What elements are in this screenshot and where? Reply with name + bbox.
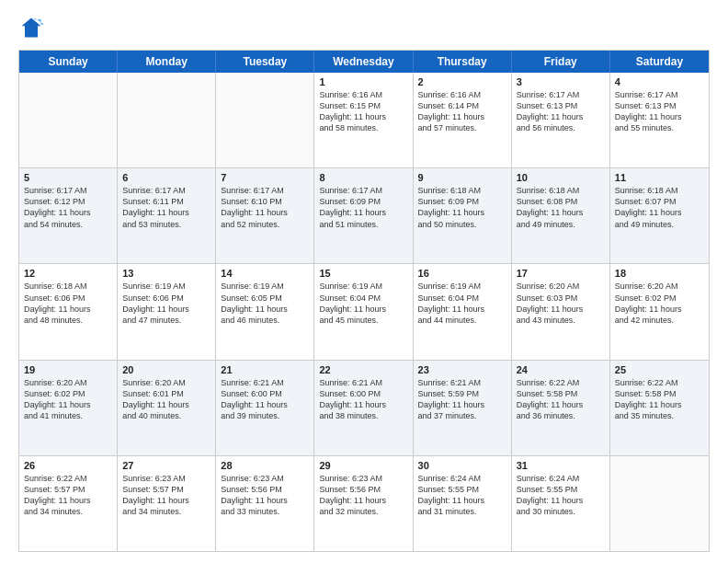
calendar-day-13: 13Sunrise: 6:19 AM Sunset: 6:06 PM Dayli… [118, 264, 216, 359]
day-number: 12 [24, 268, 112, 279]
day-number: 3 [517, 76, 605, 87]
day-number: 9 [418, 172, 506, 183]
calendar-day-19: 19Sunrise: 6:20 AM Sunset: 6:02 PM Dayli… [19, 361, 118, 455]
calendar-day-24: 24Sunrise: 6:22 AM Sunset: 5:58 PM Dayli… [512, 361, 610, 455]
day-info: Sunrise: 6:24 AM Sunset: 5:55 PM Dayligh… [517, 473, 605, 518]
day-info: Sunrise: 6:17 AM Sunset: 6:13 PM Dayligh… [615, 89, 704, 134]
calendar-week-4: 19Sunrise: 6:20 AM Sunset: 6:02 PM Dayli… [19, 361, 709, 456]
day-info: Sunrise: 6:18 AM Sunset: 6:06 PM Dayligh… [24, 281, 112, 326]
day-info: Sunrise: 6:18 AM Sunset: 6:08 PM Dayligh… [517, 185, 605, 230]
day-info: Sunrise: 6:17 AM Sunset: 6:11 PM Dayligh… [122, 185, 210, 230]
header-day-wednesday: Wednesday [314, 51, 413, 73]
calendar-day-10: 10Sunrise: 6:18 AM Sunset: 6:08 PM Dayli… [512, 168, 610, 263]
day-number: 25 [615, 364, 704, 375]
day-number: 27 [122, 460, 210, 471]
day-number: 30 [418, 460, 506, 471]
day-number: 2 [418, 76, 506, 87]
calendar-cell-empty [610, 456, 709, 551]
day-number: 15 [319, 268, 407, 279]
day-info: Sunrise: 6:18 AM Sunset: 6:09 PM Dayligh… [418, 185, 506, 230]
calendar-day-30: 30Sunrise: 6:24 AM Sunset: 5:55 PM Dayli… [414, 456, 512, 551]
day-number: 14 [221, 268, 309, 279]
calendar-cell-empty [216, 73, 314, 167]
calendar-day-21: 21Sunrise: 6:21 AM Sunset: 6:00 PM Dayli… [216, 361, 314, 455]
header-day-tuesday: Tuesday [216, 51, 314, 73]
day-number: 1 [319, 76, 407, 87]
day-number: 7 [221, 172, 309, 183]
day-info: Sunrise: 6:22 AM Sunset: 5:58 PM Dayligh… [517, 377, 605, 422]
day-info: Sunrise: 6:17 AM Sunset: 6:09 PM Dayligh… [319, 185, 407, 230]
calendar: SundayMondayTuesdayWednesdayThursdayFrid… [18, 50, 710, 552]
day-info: Sunrise: 6:20 AM Sunset: 6:02 PM Dayligh… [24, 377, 112, 422]
calendar-day-5: 5Sunrise: 6:17 AM Sunset: 6:12 PM Daylig… [19, 168, 118, 263]
day-number: 13 [122, 268, 210, 279]
day-number: 16 [418, 268, 506, 279]
day-number: 8 [319, 172, 407, 183]
day-info: Sunrise: 6:23 AM Sunset: 5:57 PM Dayligh… [122, 473, 210, 518]
header-day-friday: Friday [512, 51, 610, 73]
calendar-day-22: 22Sunrise: 6:21 AM Sunset: 6:00 PM Dayli… [314, 361, 413, 455]
day-info: Sunrise: 6:18 AM Sunset: 6:07 PM Dayligh… [615, 185, 704, 230]
day-info: Sunrise: 6:22 AM Sunset: 5:57 PM Dayligh… [24, 473, 112, 518]
calendar-day-6: 6Sunrise: 6:17 AM Sunset: 6:11 PM Daylig… [118, 168, 216, 263]
day-number: 20 [122, 364, 210, 375]
calendar-day-1: 1Sunrise: 6:16 AM Sunset: 6:15 PM Daylig… [314, 73, 413, 167]
calendar-day-16: 16Sunrise: 6:19 AM Sunset: 6:04 PM Dayli… [414, 264, 512, 359]
day-info: Sunrise: 6:19 AM Sunset: 6:06 PM Dayligh… [122, 281, 210, 326]
day-info: Sunrise: 6:19 AM Sunset: 6:04 PM Dayligh… [418, 281, 506, 326]
header-day-thursday: Thursday [414, 51, 512, 73]
calendar-day-17: 17Sunrise: 6:20 AM Sunset: 6:03 PM Dayli… [512, 264, 610, 359]
calendar-cell-empty [19, 73, 118, 167]
calendar-week-5: 26Sunrise: 6:22 AM Sunset: 5:57 PM Dayli… [19, 456, 709, 551]
day-number: 24 [517, 364, 605, 375]
calendar-day-29: 29Sunrise: 6:23 AM Sunset: 5:56 PM Dayli… [314, 456, 413, 551]
header-day-saturday: Saturday [610, 51, 709, 73]
day-number: 31 [517, 460, 605, 471]
calendar-day-26: 26Sunrise: 6:22 AM Sunset: 5:57 PM Dayli… [19, 456, 118, 551]
calendar-week-1: 1Sunrise: 6:16 AM Sunset: 6:15 PM Daylig… [19, 73, 709, 168]
day-info: Sunrise: 6:23 AM Sunset: 5:56 PM Dayligh… [319, 473, 407, 518]
calendar-day-18: 18Sunrise: 6:20 AM Sunset: 6:02 PM Dayli… [610, 264, 709, 359]
calendar-day-15: 15Sunrise: 6:19 AM Sunset: 6:04 PM Dayli… [314, 264, 413, 359]
calendar-day-25: 25Sunrise: 6:22 AM Sunset: 5:58 PM Dayli… [610, 361, 709, 455]
calendar-day-14: 14Sunrise: 6:19 AM Sunset: 6:05 PM Dayli… [216, 264, 314, 359]
calendar-day-11: 11Sunrise: 6:18 AM Sunset: 6:07 PM Dayli… [610, 168, 709, 263]
header [18, 15, 710, 40]
calendar-day-3: 3Sunrise: 6:17 AM Sunset: 6:13 PM Daylig… [512, 73, 610, 167]
day-info: Sunrise: 6:21 AM Sunset: 6:00 PM Dayligh… [221, 377, 309, 422]
day-number: 6 [122, 172, 210, 183]
day-info: Sunrise: 6:16 AM Sunset: 6:15 PM Dayligh… [319, 89, 407, 134]
day-number: 17 [517, 268, 605, 279]
day-number: 29 [319, 460, 407, 471]
day-info: Sunrise: 6:22 AM Sunset: 5:58 PM Dayligh… [615, 377, 704, 422]
day-info: Sunrise: 6:24 AM Sunset: 5:55 PM Dayligh… [418, 473, 506, 518]
calendar-week-3: 12Sunrise: 6:18 AM Sunset: 6:06 PM Dayli… [19, 264, 709, 360]
calendar-day-7: 7Sunrise: 6:17 AM Sunset: 6:10 PM Daylig… [216, 168, 314, 263]
header-day-sunday: Sunday [19, 51, 118, 73]
calendar-day-20: 20Sunrise: 6:20 AM Sunset: 6:01 PM Dayli… [118, 361, 216, 455]
calendar-body: 1Sunrise: 6:16 AM Sunset: 6:15 PM Daylig… [19, 73, 709, 551]
calendar-day-23: 23Sunrise: 6:21 AM Sunset: 5:59 PM Dayli… [414, 361, 512, 455]
day-number: 11 [615, 172, 704, 183]
day-number: 23 [418, 364, 506, 375]
calendar-day-8: 8Sunrise: 6:17 AM Sunset: 6:09 PM Daylig… [314, 168, 413, 263]
logo-icon [18, 15, 44, 40]
day-info: Sunrise: 6:19 AM Sunset: 6:05 PM Dayligh… [221, 281, 309, 326]
day-number: 5 [24, 172, 112, 183]
day-info: Sunrise: 6:17 AM Sunset: 6:10 PM Dayligh… [221, 185, 309, 230]
calendar-day-9: 9Sunrise: 6:18 AM Sunset: 6:09 PM Daylig… [414, 168, 512, 263]
day-number: 4 [615, 76, 704, 87]
day-number: 26 [24, 460, 112, 471]
day-number: 10 [517, 172, 605, 183]
day-info: Sunrise: 6:20 AM Sunset: 6:03 PM Dayligh… [517, 281, 605, 326]
day-number: 18 [615, 268, 704, 279]
day-number: 19 [24, 364, 112, 375]
day-number: 28 [221, 460, 309, 471]
day-info: Sunrise: 6:17 AM Sunset: 6:13 PM Dayligh… [517, 89, 605, 134]
day-number: 22 [319, 364, 407, 375]
day-info: Sunrise: 6:23 AM Sunset: 5:56 PM Dayligh… [221, 473, 309, 518]
calendar-day-27: 27Sunrise: 6:23 AM Sunset: 5:57 PM Dayli… [118, 456, 216, 551]
day-info: Sunrise: 6:17 AM Sunset: 6:12 PM Dayligh… [24, 185, 112, 230]
day-info: Sunrise: 6:21 AM Sunset: 5:59 PM Dayligh… [418, 377, 506, 422]
calendar-header: SundayMondayTuesdayWednesdayThursdayFrid… [19, 51, 709, 73]
